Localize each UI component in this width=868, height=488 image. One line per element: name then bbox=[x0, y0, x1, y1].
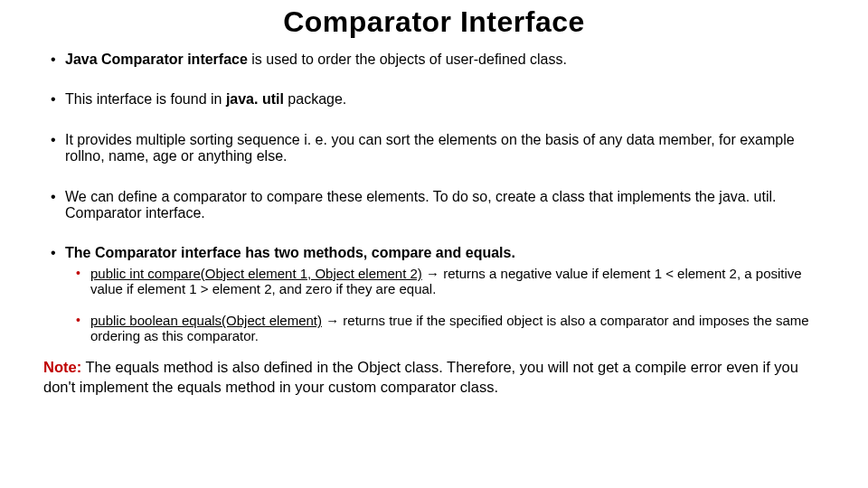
bullet-2-pkg: java. util bbox=[226, 91, 284, 107]
bullet-2: This interface is found in java. util pa… bbox=[43, 91, 825, 108]
sub-1-signature: public int compare(Object element 1, Obj… bbox=[90, 266, 422, 281]
bullet-3: It provides multiple sorting sequence i.… bbox=[43, 132, 825, 165]
sub-2-arrow: → bbox=[322, 313, 343, 328]
bullet-2b: package. bbox=[284, 91, 346, 107]
bullet-1-bold: Java Comparator interface bbox=[65, 52, 248, 67]
note-t2: method is also defined in the bbox=[159, 359, 357, 375]
note: Note: The equals method is also defined … bbox=[43, 357, 825, 398]
sub-list: public int compare(Object element 1, Obj… bbox=[65, 266, 825, 344]
bullet-4-text: We can define a comparator to compare th… bbox=[65, 189, 776, 221]
bullet-1-rest: is used to order the objects of user-def… bbox=[248, 52, 567, 67]
bullet-5: The Comparator interface has two methods… bbox=[43, 245, 825, 343]
sub-bullet-2: public boolean equals(Object element) → … bbox=[65, 313, 825, 344]
note-label: Note: bbox=[43, 359, 81, 375]
page-title: Comparator Interface bbox=[43, 5, 825, 39]
bullet-4: We can define a comparator to compare th… bbox=[43, 189, 825, 222]
slide: Comparator Interface Java Comparator int… bbox=[0, 0, 868, 488]
note-c3: equals bbox=[177, 379, 222, 395]
sub-bullet-1: public int compare(Object element 1, Obj… bbox=[65, 266, 825, 297]
note-t1: The bbox=[81, 359, 115, 375]
note-t4: method in your custom comparator class. bbox=[222, 379, 498, 395]
bullet-1: Java Comparator interface is used to ord… bbox=[43, 52, 825, 68]
bullet-5-text: The Comparator interface has two methods… bbox=[65, 245, 515, 260]
note-c1: equals bbox=[115, 359, 159, 375]
bullet-2a: This interface is found in bbox=[65, 91, 226, 107]
bullet-3-text: It provides multiple sorting sequence i.… bbox=[65, 132, 795, 164]
sub-1-arrow: → bbox=[422, 266, 443, 281]
note-c2: Object bbox=[357, 359, 401, 375]
main-list: Java Comparator interface is used to ord… bbox=[43, 52, 825, 344]
sub-2-signature: public boolean equals(Object element) bbox=[90, 313, 322, 328]
